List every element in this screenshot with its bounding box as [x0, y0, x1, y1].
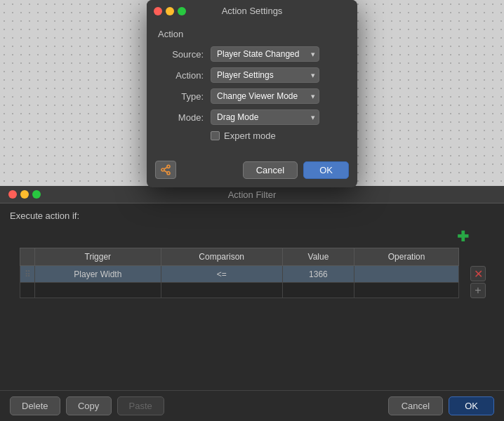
close-button[interactable]: [154, 7, 162, 15]
table-header-row: Trigger Comparison Value Operation: [20, 248, 459, 266]
filter-table-wrapper: Trigger Comparison Value Operation ⠿ Pla…: [20, 248, 459, 298]
empty-trigger: [35, 283, 161, 298]
type-select[interactable]: Change Viewer Mode: [211, 88, 319, 104]
modal-footer-buttons: Cancel OK: [243, 161, 349, 179]
expert-mode-row: Expert mode: [211, 131, 346, 141]
modal-body: Action Source: Player State Changed Acti…: [147, 22, 357, 156]
execute-label: Execute action if:: [10, 210, 494, 221]
add-filter-button[interactable]: ✚: [457, 229, 469, 243]
af-maximize-button[interactable]: [32, 190, 41, 199]
action-select[interactable]: Player Settings: [211, 67, 319, 83]
af-close-button[interactable]: [8, 190, 17, 199]
modal-footer: Cancel OK: [147, 156, 357, 187]
source-row: Source: Player State Changed: [158, 46, 346, 62]
value-cell[interactable]: 1366: [282, 266, 354, 283]
trigger-cell[interactable]: Player Width: [35, 266, 161, 283]
trigger-col-header: Trigger: [35, 248, 161, 266]
svg-line-3: [164, 171, 168, 173]
delete-button[interactable]: Delete: [10, 396, 60, 415]
source-select-wrapper: Player State Changed: [211, 46, 319, 62]
af-title: Action Filter: [228, 189, 277, 200]
operation-cell[interactable]: [354, 266, 459, 283]
comparison-cell[interactable]: <=: [161, 266, 282, 283]
action-select-wrapper: Player Settings: [211, 67, 319, 83]
empty-comparison: [161, 283, 282, 298]
type-row: Type: Change Viewer Mode: [158, 88, 346, 104]
action-section-label: Action: [158, 29, 346, 39]
af-body: Execute action if: ✚ Trigger Comparison …: [0, 203, 504, 305]
af-minimize-button[interactable]: [20, 190, 29, 199]
svg-point-0: [167, 165, 170, 168]
mode-select-wrapper: Drag Mode: [211, 109, 319, 125]
comparison-col-header: Comparison: [161, 248, 282, 266]
source-select[interactable]: Player State Changed: [211, 46, 319, 62]
ok-button[interactable]: OK: [303, 161, 349, 179]
empty-table-row: [20, 283, 459, 298]
action-label: Action:: [158, 70, 204, 81]
mode-row: Mode: Drag Mode: [158, 109, 346, 125]
filter-table: Trigger Comparison Value Operation ⠿ Pla…: [20, 248, 459, 298]
af-titlebar: Action Filter: [0, 186, 504, 203]
action-row: Action: Player Settings: [158, 67, 346, 83]
row-actions: ✕ +: [470, 266, 486, 298]
modal-title: Action Settings: [222, 6, 283, 16]
action-filter-window: Action Filter Execute action if: ✚ Trigg…: [0, 186, 504, 421]
type-select-wrapper: Change Viewer Mode: [211, 88, 319, 104]
value-col-header: Value: [282, 248, 354, 266]
add-btn-row: ✚: [10, 229, 494, 243]
footer-right-buttons: Cancel OK: [388, 396, 494, 415]
empty-value: [282, 283, 354, 298]
share-button[interactable]: [155, 161, 176, 179]
expert-mode-label: Expert mode: [224, 131, 276, 141]
af-footer: Delete Copy Paste Cancel OK: [0, 390, 504, 421]
operation-col-header: Operation: [354, 248, 459, 266]
mode-select[interactable]: Drag Mode: [211, 109, 319, 125]
table-row[interactable]: ⠿ Player Width <= 1366: [20, 266, 459, 283]
af-traffic-lights: [8, 190, 41, 199]
drag-handle[interactable]: ⠿: [20, 266, 35, 283]
modal-titlebar: Action Settings: [147, 0, 357, 22]
type-label: Type:: [158, 91, 204, 102]
paste-button: Paste: [117, 396, 164, 415]
copy-button[interactable]: Copy: [66, 396, 112, 415]
minimize-button[interactable]: [166, 7, 174, 15]
empty-operation: [354, 283, 459, 298]
svg-point-2: [167, 172, 170, 175]
drag-col-header: [20, 248, 35, 266]
action-settings-modal: Action Settings Action Source: Player St…: [147, 0, 357, 187]
af-ok-button[interactable]: OK: [449, 396, 494, 415]
mode-label: Mode:: [158, 112, 204, 123]
af-cancel-button[interactable]: Cancel: [388, 396, 443, 415]
expert-mode-checkbox[interactable]: [211, 131, 220, 140]
traffic-lights: [154, 7, 186, 15]
source-label: Source:: [158, 49, 204, 60]
cancel-button[interactable]: Cancel: [243, 161, 298, 179]
empty-drag: [20, 283, 35, 298]
row-delete-button[interactable]: ✕: [470, 266, 486, 281]
row-add-button[interactable]: +: [470, 283, 486, 298]
svg-point-1: [161, 168, 164, 171]
maximize-button[interactable]: [178, 7, 186, 15]
footer-left-buttons: Delete Copy Paste: [10, 396, 164, 415]
svg-line-4: [164, 167, 168, 169]
